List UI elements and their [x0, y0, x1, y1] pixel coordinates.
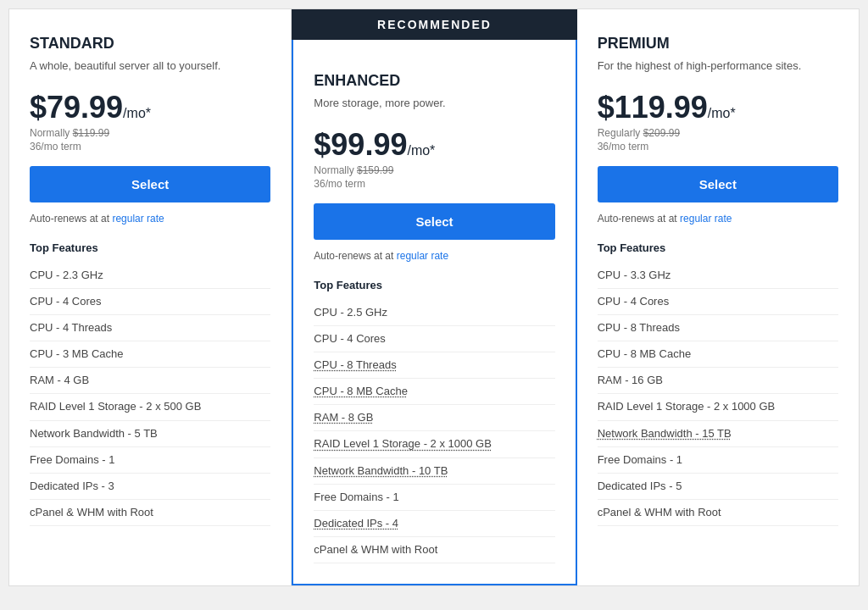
- feature-item: RAID Level 1 Storage - 2 x 500 GB: [30, 394, 270, 420]
- feature-item: CPU - 8 Threads: [598, 315, 838, 341]
- plan-term: 36/mo term: [30, 141, 270, 152]
- regular-rate-link[interactable]: regular rate: [397, 250, 448, 262]
- feature-item: CPU - 4 Cores: [598, 289, 838, 315]
- plan-normally: Normally $159.99: [314, 164, 554, 176]
- plan-term: 36/mo term: [598, 141, 838, 152]
- feature-item: CPU - 8 Threads: [314, 352, 554, 379]
- plan-price: $99.99/mo*: [314, 127, 554, 163]
- plan-normally: Regularly $209.99: [598, 127, 838, 139]
- feature-item: Network Bandwidth - 15 TB: [598, 421, 838, 447]
- feature-item: RAM - 4 GB: [30, 368, 270, 394]
- feature-item: CPU - 3.3 GHz: [598, 263, 838, 289]
- pricing-container: STANDARD A whole, beautiful server all t…: [8, 8, 860, 586]
- feature-item: Network Bandwidth - 10 TB: [314, 458, 554, 485]
- feature-item: CPU - 2.5 GHz: [314, 300, 554, 326]
- feature-item: RAM - 8 GB: [314, 405, 554, 431]
- feature-item: RAM - 16 GB: [598, 368, 838, 394]
- feature-item: CPU - 3 MB Cache: [30, 341, 270, 368]
- feature-item: RAID Level 1 Storage - 2 x 1000 GB: [314, 431, 554, 458]
- plan-premium: PREMIUM For the highest of high-performa…: [577, 9, 859, 585]
- plan-name: ENHANCED: [314, 72, 554, 90]
- feature-item: CPU - 4 Threads: [30, 315, 270, 341]
- feature-item: Free Domains - 1: [30, 447, 270, 474]
- auto-renew: Auto-renews at at regular rate: [30, 213, 270, 225]
- feature-item: cPanel & WHM with Root: [314, 537, 554, 563]
- select-button[interactable]: Select: [30, 166, 270, 202]
- top-features-label: Top Features: [598, 241, 838, 254]
- select-button[interactable]: Select: [314, 203, 554, 240]
- auto-renew: Auto-renews at at regular rate: [314, 250, 554, 262]
- recommended-banner: RECOMMENDED: [292, 9, 576, 40]
- feature-item: Free Domains - 1: [314, 485, 554, 511]
- feature-item: CPU - 4 Cores: [314, 326, 554, 352]
- plan-price: $119.99/mo*: [598, 90, 838, 125]
- feature-item: Dedicated IPs - 5: [598, 474, 838, 500]
- plan-standard: STANDARD A whole, beautiful server all t…: [9, 9, 292, 585]
- plan-name: STANDARD: [30, 35, 270, 53]
- regular-rate-link[interactable]: regular rate: [680, 213, 732, 225]
- plan-enhanced: RECOMMENDED ENHANCED More storage, more …: [292, 9, 576, 585]
- feature-item: CPU - 8 MB Cache: [314, 379, 554, 405]
- feature-item: Dedicated IPs - 3: [30, 474, 270, 500]
- feature-list: CPU - 2.5 GHzCPU - 4 CoresCPU - 8 Thread…: [314, 300, 554, 564]
- feature-item: cPanel & WHM with Root: [30, 500, 270, 526]
- plan-term: 36/mo term: [314, 178, 554, 190]
- feature-item: Dedicated IPs - 4: [314, 511, 554, 537]
- feature-item: Network Bandwidth - 5 TB: [30, 421, 270, 447]
- plan-normally: Normally $119.99: [30, 127, 270, 139]
- plan-desc: More storage, more power.: [314, 95, 554, 112]
- plan-desc: A whole, beautiful server all to yoursel…: [30, 58, 270, 75]
- regular-rate-link[interactable]: regular rate: [112, 213, 164, 225]
- plan-price: $79.99/mo*: [30, 90, 270, 125]
- select-button[interactable]: Select: [598, 166, 838, 202]
- feature-item: CPU - 4 Cores: [30, 289, 270, 315]
- top-features-label: Top Features: [314, 279, 554, 291]
- feature-item: Free Domains - 1: [598, 447, 838, 474]
- plan-desc: For the highest of high-performance site…: [598, 58, 838, 75]
- top-features-label: Top Features: [30, 241, 270, 254]
- feature-item: cPanel & WHM with Root: [598, 500, 838, 526]
- feature-item: CPU - 2.3 GHz: [30, 263, 270, 289]
- feature-item: RAID Level 1 Storage - 2 x 1000 GB: [598, 394, 838, 420]
- plan-name: PREMIUM: [598, 35, 838, 53]
- feature-list: CPU - 2.3 GHzCPU - 4 CoresCPU - 4 Thread…: [30, 263, 270, 527]
- auto-renew: Auto-renews at at regular rate: [598, 213, 838, 225]
- feature-list: CPU - 3.3 GHzCPU - 4 CoresCPU - 8 Thread…: [598, 263, 838, 527]
- feature-item: CPU - 8 MB Cache: [598, 341, 838, 368]
